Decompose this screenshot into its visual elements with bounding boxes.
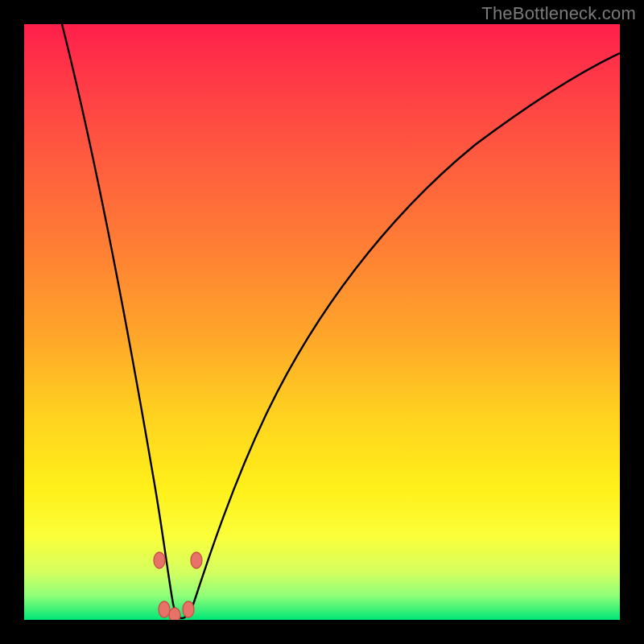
watermark-text: TheBottleneck.com — [481, 3, 636, 24]
curve-marker-icon — [154, 552, 165, 568]
curve-marker-icon — [159, 601, 170, 617]
curve-marker-icon — [169, 608, 180, 620]
curve-marker-icon — [191, 552, 202, 568]
curve-marker-icon — [183, 601, 194, 617]
chart-stage: TheBottleneck.com — [0, 0, 644, 644]
bottleneck-curve — [24, 24, 620, 620]
plot-area — [24, 24, 620, 620]
curve-path — [62, 24, 620, 618]
